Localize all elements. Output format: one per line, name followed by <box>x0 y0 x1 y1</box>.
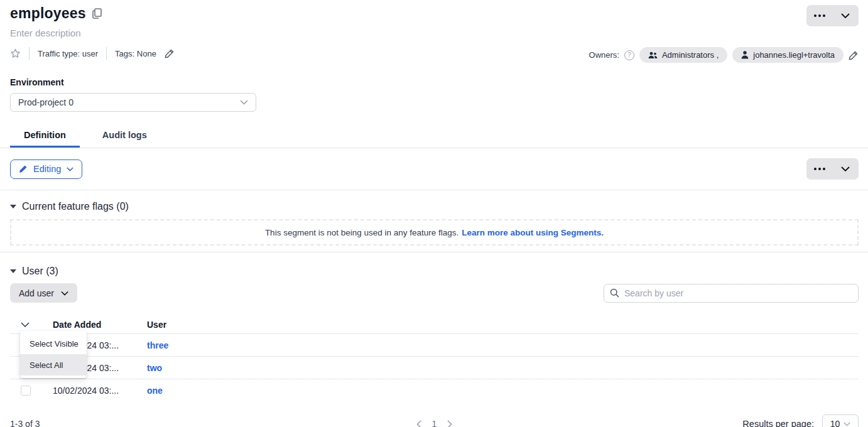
pager: 1 <box>416 419 453 427</box>
table-header-row: Date Added User <box>10 315 859 333</box>
select-dropdown-menu: Select Visible Select All <box>20 331 87 378</box>
owner-badge-label: johannes.liegl+travolta <box>753 50 835 60</box>
results-per-page-group: Results per page: 10 <box>742 414 859 427</box>
empty-state-text: This segment is not being used in any fe… <box>265 228 458 237</box>
tab-audit-logs[interactable]: Audit logs <box>89 125 161 148</box>
editing-button-label: Editing <box>33 164 61 174</box>
edit-owners-pencil-icon[interactable] <box>849 50 859 60</box>
chevron-right-icon[interactable] <box>447 420 452 427</box>
divider <box>0 190 868 190</box>
title-row: employees <box>10 0 859 22</box>
select-dropdown-button[interactable] <box>21 322 30 327</box>
edit-tags-pencil-icon[interactable] <box>165 48 175 58</box>
column-header-date: Date Added <box>53 320 147 330</box>
menu-item-select-all[interactable]: Select All <box>20 354 87 376</box>
editing-actions-group <box>806 158 859 180</box>
add-user-label: Add user <box>19 288 54 298</box>
star-icon[interactable] <box>10 48 21 58</box>
editing-expand-button[interactable] <box>833 158 859 180</box>
results-range: 1-3 of 3 <box>10 419 40 427</box>
results-per-page-select[interactable]: 10 <box>822 414 859 427</box>
chevron-down-icon <box>844 422 850 426</box>
row-date: 10/02/2024 03:... <box>53 386 147 396</box>
add-user-button[interactable]: Add user <box>10 283 77 303</box>
person-icon <box>741 51 749 59</box>
environment-selected-value: Prod-project 0 <box>18 97 73 107</box>
owner-badge-user[interactable]: johannes.liegl+travolta <box>732 47 844 63</box>
traffic-type-label: Traffic type: user <box>38 49 98 58</box>
chevron-down-icon <box>67 167 73 171</box>
user-section-heading: User (3) <box>22 266 58 277</box>
table-row: 10/02/2024 03:... three <box>10 333 859 356</box>
user-search-box <box>604 284 859 303</box>
collapse-triangle-icon <box>10 205 16 208</box>
divider <box>106 47 107 60</box>
user-link[interactable]: one <box>147 386 163 396</box>
environment-select[interactable]: Prod-project 0 <box>10 93 256 112</box>
user-search-input[interactable] <box>624 288 852 298</box>
page-title: employees <box>10 5 86 22</box>
user-link[interactable]: two <box>147 363 162 373</box>
owners-row: Owners: ? Administrators , johannes.lieg… <box>589 47 859 63</box>
group-icon <box>648 51 658 59</box>
owner-badge-administrators[interactable]: Administrators , <box>639 47 727 63</box>
chevron-down-icon <box>240 100 248 105</box>
editing-toolbar: Editing <box>10 158 859 180</box>
more-options-icon <box>814 168 825 170</box>
owners-label: Owners: <box>589 50 619 60</box>
divider <box>0 252 868 252</box>
user-link[interactable]: three <box>147 340 168 350</box>
more-options-icon <box>814 14 825 17</box>
segment-detail-page: employees Enter description Traffic type… <box>0 0 868 427</box>
table-row: 10/02/2024 03:... one <box>10 379 859 401</box>
chevron-down-icon <box>841 13 850 18</box>
chevron-down-icon <box>21 322 30 327</box>
user-controls-row: Add user <box>10 283 859 303</box>
column-header-user: User <box>147 320 859 330</box>
results-per-page-label: Results per page: <box>742 419 814 427</box>
help-icon[interactable]: ? <box>624 50 634 60</box>
feature-flags-empty-state: This segment is not being used in any fe… <box>10 219 859 246</box>
editing-button[interactable]: Editing <box>10 159 82 179</box>
results-per-page-value: 10 <box>830 419 840 427</box>
edit-pencil-icon <box>19 165 28 173</box>
copy-icon[interactable] <box>92 8 102 19</box>
feature-flags-section-header[interactable]: Current feature flags (0) <box>10 201 859 212</box>
current-page-number[interactable]: 1 <box>432 419 437 427</box>
divider <box>29 47 30 60</box>
header-expand-button[interactable] <box>833 5 859 26</box>
environment-label: Environment <box>10 77 859 87</box>
chevron-down-icon <box>841 166 850 171</box>
menu-item-select-visible[interactable]: Select Visible <box>20 333 87 354</box>
more-options-button[interactable] <box>806 5 833 26</box>
table-row: 10/02/2024 03:... two <box>10 356 859 379</box>
tab-definition[interactable]: Definition <box>10 125 80 148</box>
row-checkbox[interactable] <box>21 386 31 396</box>
description-placeholder[interactable]: Enter description <box>10 28 859 38</box>
more-options-button[interactable] <box>806 158 833 180</box>
header-actions-group <box>806 5 859 26</box>
feature-flags-heading: Current feature flags (0) <box>22 201 129 212</box>
owner-badge-label: Administrators , <box>662 50 719 60</box>
chevron-down-icon <box>61 291 68 296</box>
search-icon <box>610 288 619 298</box>
tab-bar: Definition Audit logs <box>0 125 868 148</box>
user-table: Date Added User 10/02/2024 03:... three … <box>10 315 859 401</box>
collapse-triangle-icon <box>10 269 16 273</box>
chevron-left-icon[interactable] <box>416 420 421 427</box>
tags-label: Tags: None <box>115 49 156 58</box>
learn-more-link[interactable]: Learn more about using Segments. <box>462 228 604 237</box>
user-section-header[interactable]: User (3) <box>10 266 859 277</box>
table-footer: 1-3 of 3 1 Results per page: 10 <box>10 414 859 427</box>
